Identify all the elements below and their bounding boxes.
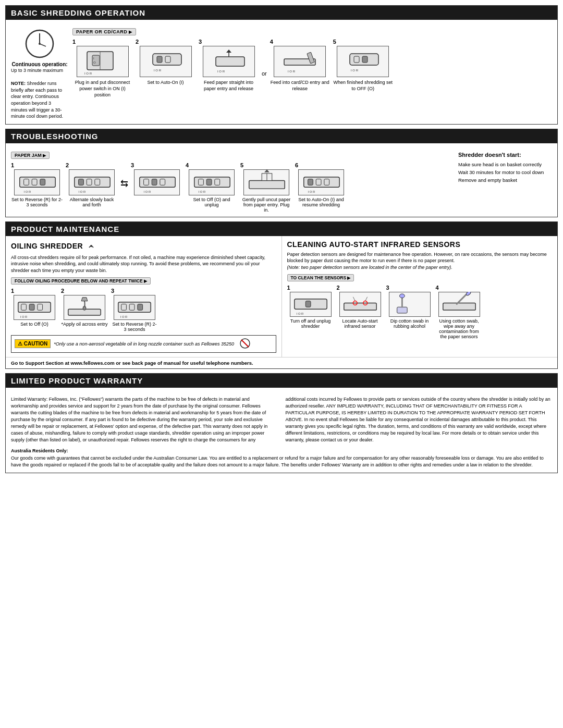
svg-rect-50	[308, 179, 313, 186]
ts-step-6-desc: Set to Auto-On (I) and resume shredding	[295, 197, 347, 207]
warranty-content: Limited Warranty: Fellowes, Inc. ("Fello…	[6, 392, 557, 473]
no-start-item-1: Wait 30 minutes for motor to cool down	[458, 168, 552, 176]
paperjam-col: PAPER JAM 1 I O R Set to Re	[11, 152, 453, 213]
svg-line-76	[353, 297, 355, 301]
step-1-desc: Plug in and put disconnect power switch …	[72, 79, 132, 98]
step-3-svg: I O R	[205, 47, 252, 76]
svg-text:I    O    R: I O R	[20, 315, 28, 318]
ts-step-3-img: I O R	[134, 169, 180, 195]
step-2: 2 I O R Set to Auto-On (I)	[136, 39, 195, 85]
oil-step-1-desc: Set to Off (O)	[20, 322, 48, 327]
svg-rect-23	[362, 56, 368, 63]
svg-rect-51	[316, 179, 321, 186]
svg-text:I    O    R: I O R	[144, 190, 151, 193]
ts-step-1-desc: Set to Reverse (R) for 2-3 seconds	[11, 197, 63, 207]
svg-rect-66	[138, 304, 143, 311]
no-start-col: Shredder doesn't start: Make sure head i…	[458, 152, 552, 213]
svg-rect-41	[199, 179, 204, 186]
ts-step-1: 1 I O R Set to Reverse (R) for 2-3 secon…	[11, 162, 63, 207]
maintenance-header: PRODUCT MAINTENANCE	[6, 222, 557, 236]
svg-line-77	[365, 297, 367, 301]
maintenance-title: PRODUCT MAINTENANCE	[11, 225, 119, 233]
clean-step-4: 4 Using cotton swab, wipe away any conta…	[436, 285, 483, 339]
svg-rect-71	[305, 301, 311, 307]
svg-text:I    O    R: I O R	[288, 70, 296, 73]
svg-rect-42	[206, 179, 212, 186]
step-1: 1 I O I O R Plug in and put disconnect p…	[72, 39, 132, 98]
oil-steps-row: 1 I O R Set to Off (O) 2	[11, 288, 276, 332]
caution-box: ⚠ CAUTION *Only use a non-aerosol vegeta…	[11, 335, 276, 353]
ts-step-4-desc: Set to Off (O) and unplug	[186, 197, 238, 207]
svg-point-83	[465, 292, 471, 296]
step-5: 5 I O R When finished shredding set to O…	[333, 39, 393, 92]
step-1-svg: I O I O R	[79, 47, 126, 76]
svg-line-82	[457, 294, 467, 304]
basic-shredding-section: BASIC SHREDDING OPERATION Continuous ope…	[5, 5, 558, 125]
clean-step-1-img: I O R	[290, 292, 332, 317]
ts-step-6-img: I O R	[298, 169, 344, 195]
product-maintenance-section: PRODUCT MAINTENANCE OILING SHREDDER All …	[5, 221, 558, 369]
warranty-col-2: additional costs incurred by Fellowes to…	[286, 396, 553, 443]
cleaning-desc: Paper detection sensors are designed for…	[287, 251, 553, 271]
troubleshooting-header: TROUBLESHOOTING	[6, 129, 557, 143]
paper-or-tag: PAPER OR CD/CARD	[72, 28, 136, 35]
clean-step-3-desc: Dip cotton swab in rubbing alcohol	[386, 318, 433, 329]
oil-step-3-desc: Set to Reverse (R) 2-3 seconds	[111, 322, 158, 332]
note-label: NOTE:	[11, 81, 26, 86]
no-start-item-2: Remove and empty basket	[458, 176, 552, 184]
step-2-img: I O R	[140, 46, 192, 77]
warranty-cols: Limited Warranty: Fellowes, Inc. ("Fello…	[11, 396, 552, 443]
svg-rect-57	[21, 304, 27, 311]
clock-desc: Up to 3 minute maximum NOTE: Shredder ru…	[11, 67, 68, 120]
step-5-desc: When finished shredding set to OFF (O)	[333, 79, 393, 92]
oil-step-2-img	[64, 295, 105, 320]
ts-step-2: 2 I O R Alternate slowly back and forth	[66, 162, 118, 207]
svg-rect-28	[40, 179, 45, 186]
clean-step-1: 1 I O R Turn off and unplug shredder	[287, 285, 334, 339]
svg-text:I    O    R: I O R	[24, 190, 31, 193]
basic-shredding-header: BASIC SHREDDING OPERATION	[6, 6, 557, 20]
oiling-title: OILING SHREDDER	[11, 240, 276, 252]
svg-rect-78	[397, 307, 407, 313]
ts-step-6: 6 I O R Set to Auto-On (I) and resume sh…	[295, 162, 347, 207]
or-divider: or	[262, 60, 267, 77]
ts-step-2-group: 2 I O R Alternate slowly back and forth	[66, 162, 118, 207]
continuous-desc: Up to 3 minute maximum	[11, 68, 63, 73]
svg-point-62	[83, 306, 86, 311]
svg-rect-37	[152, 179, 157, 186]
step-4: 4 I O R Feed into card/CD entry and rele…	[270, 39, 330, 92]
ts-step-5: 5 Gently pull uncut paper from paper ent…	[240, 162, 292, 213]
step-1-img: I O I O R	[77, 46, 129, 77]
svg-rect-12	[165, 56, 170, 63]
step-2-svg: I O R	[142, 47, 189, 76]
step-4-desc: Feed into card/CD entry and release	[270, 79, 330, 92]
svg-text:I    O    R: I O R	[217, 70, 225, 73]
svg-rect-81	[443, 303, 475, 311]
svg-text:I  O  R: I O R	[84, 72, 92, 75]
svg-point-80	[399, 294, 405, 298]
oil-step-2-desc: *Apply oil across entry	[61, 322, 107, 327]
svg-text:I    O    R: I O R	[199, 190, 206, 193]
steps-area: PAPER OR CD/CARD 1 I O I O R	[72, 28, 552, 98]
steps-row: 1 I O I O R Plug in and put disconnect p…	[72, 39, 552, 98]
clean-step-2: 2 Locate Auto-start infrared sensor	[337, 285, 384, 339]
svg-rect-59	[38, 304, 43, 311]
step-2-desc: Set to Auto-On (I)	[147, 79, 183, 85]
caution-label: ⚠ CAUTION	[15, 339, 51, 348]
oil-step-2: 2 *Apply oil across entry	[61, 288, 108, 332]
ts-step-5-desc: Gently pull uncut paper from paper entry…	[240, 197, 292, 213]
support-text: Go to Support Section at www.fellowes.co…	[11, 360, 253, 366]
basic-shredding-content: Continuous operation: Up to 3 minute max…	[6, 24, 557, 124]
clean-step-3-img	[389, 292, 431, 317]
svg-rect-33	[95, 179, 100, 186]
troubleshooting-section: TROUBLESHOOTING PAPER JAM 1 I O R	[5, 129, 558, 217]
ts-step-5-img	[243, 169, 289, 195]
troubleshooting-title: TROUBLESHOOTING	[11, 132, 99, 141]
svg-text:I    O    R: I O R	[308, 190, 315, 193]
clean-step-2-desc: Locate Auto-start infrared sensor	[337, 318, 384, 329]
paperjam-tag: PAPER JAM	[11, 152, 50, 159]
support-line: Go to Support Section at www.fellowes.co…	[6, 357, 557, 368]
svg-text:I    O    R: I O R	[79, 190, 86, 193]
svg-rect-43	[215, 179, 220, 186]
step-3: 3 I O R Feed paper straight into paper e…	[199, 39, 259, 92]
